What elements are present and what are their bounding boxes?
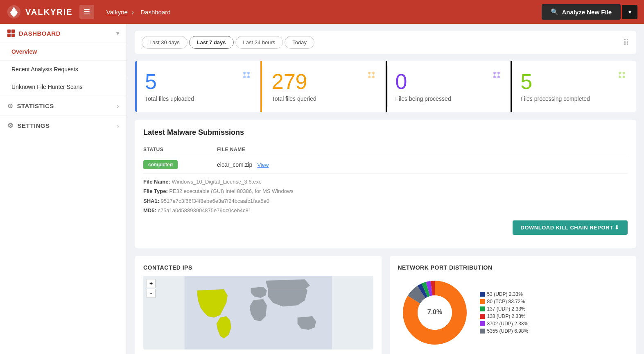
world-map-svg — [143, 276, 373, 349]
legend-dot-0 — [480, 292, 485, 297]
col-filename: FILE NAME — [217, 147, 628, 152]
malware-submissions-section: Latest Malware Submissions STATUS FILE N… — [135, 120, 636, 248]
breadcrumb: Valkyrie › Dashboard — [94, 9, 542, 16]
stat-card-completed: 5 Files processing completed — [511, 61, 636, 112]
stat-number-completed: 5 — [520, 71, 628, 92]
legend-item-2: 137 (UDP) 2.33% — [480, 306, 529, 312]
legend-item-3: 138 (UDP) 2.33% — [480, 313, 529, 319]
detail-sha1-row: SHA1: 9517e7c3f66f34f8ebe6e3a7f24bcaafc1… — [143, 196, 628, 206]
detail-md5-val: c75a1a0d58893904875e79dc0ceb4c81 — [158, 207, 251, 213]
stat-number-uploaded: 5 — [145, 71, 252, 92]
btn-last-24-hours[interactable]: Last 24 hours — [235, 36, 283, 49]
detail-sha1-label: SHA1: — [143, 198, 159, 204]
stat-label-processing: Files being processed — [395, 95, 503, 102]
detail-filetype-row: File Type: PE32 executable (GUI) Intel 8… — [143, 186, 628, 196]
legend-dot-4 — [480, 321, 485, 326]
btn-last-30-days[interactable]: Last 30 days — [142, 36, 188, 49]
legend-label-4: 3702 (UDP) 2.33% — [487, 321, 529, 327]
time-filter-buttons: Last 30 days Last 7 days Last 24 hours T… — [142, 36, 314, 49]
donut-center-label: 7.0% — [427, 309, 442, 315]
network-port-title: NETWORK PORT DISTRIBUTION — [398, 264, 628, 271]
legend-dot-3 — [480, 314, 485, 319]
bottom-grid: CONTACTED IPS + - — [135, 256, 636, 354]
detail-filename-row: File Name: Windows_10_Digital_License_3.… — [143, 177, 628, 186]
status-cell: completed — [143, 160, 217, 169]
detail-filename-label: File Name: — [143, 179, 170, 185]
gear-icon: ⚙ — [7, 122, 14, 129]
stat-card-processing: 0 Files being processed — [386, 61, 511, 112]
legend-dot-1 — [480, 299, 485, 304]
sidebar-item-unknown-hunter[interactable]: Unknown File Hunter Scans — [0, 78, 127, 96]
breadcrumb-page: Dashboard — [140, 9, 170, 16]
file-name: eicar_com.zip — [217, 161, 252, 168]
dashboard-chevron-icon: ▾ — [116, 30, 120, 36]
sidebar-statistics-header[interactable]: ⊙ STATISTICS › — [0, 96, 127, 116]
sidebar-settings-header[interactable]: ⚙ SETTINGS › — [0, 116, 127, 135]
download-kill-chain-button[interactable]: DOWNLOAD KILL CHAIN REPORT ⬇ — [513, 220, 628, 235]
map-container: + - — [143, 276, 373, 349]
legend-label-2: 137 (UDP) 2.33% — [487, 306, 526, 312]
main-content: Last 30 days Last 7 days Last 24 hours T… — [127, 24, 644, 354]
btn-today[interactable]: Today — [285, 36, 314, 49]
donut-chart: 7.0% — [398, 276, 472, 351]
search-icon: 🔍 — [551, 8, 558, 16]
detail-md5-row: MD5: c75a1a0d58893904875e79dc0ceb4c81 — [143, 206, 628, 215]
stat-label-completed: Files processing completed — [520, 95, 628, 102]
legend-item-1: 80 (TCP) 83.72% — [480, 299, 529, 304]
stat-label-queried: Total files queried — [272, 95, 377, 102]
legend-label-5: 5355 (UDP) 6.98% — [487, 328, 529, 334]
donut-container: 7.0% 53 (UDP) 2.33% 80 (TCP) 83.72% — [398, 276, 628, 351]
stat-number-processing: 0 — [395, 71, 503, 92]
stat-label-uploaded: Total files uploaded — [145, 95, 252, 102]
map-controls: + - — [147, 279, 156, 298]
detail-sha1-val: 9517e7c3f66f34f8ebe6e3a7f24bcaafc1faa5e0 — [161, 198, 269, 204]
table-header: STATUS FILE NAME — [143, 143, 628, 156]
col-status: STATUS — [143, 147, 217, 152]
download-area: DOWNLOAD KILL CHAIN REPORT ⬇ — [143, 220, 628, 240]
hamburger-button[interactable]: ☰ — [79, 5, 94, 19]
statistics-label: STATISTICS — [17, 102, 54, 109]
map-zoom-in-button[interactable]: + — [147, 279, 156, 288]
legend-dot-2 — [480, 306, 485, 311]
status-badge: completed — [143, 160, 178, 169]
view-link[interactable]: View — [257, 162, 269, 168]
table-row: completed eicar_com.zip View — [143, 156, 628, 174]
legend-item-5: 5355 (UDP) 6.98% — [480, 328, 529, 334]
legend-dot-5 — [480, 329, 485, 334]
contacted-ips-title: CONTACTED IPS — [143, 264, 373, 271]
sidebar-item-recent-analysis[interactable]: Recent Analysis Requests — [0, 61, 127, 78]
sidebar: DASHBOARD ▾ Overview Recent Analysis Req… — [0, 24, 127, 354]
detail-filetype-val: PE32 executable (GUI) Intel 80386, for M… — [169, 188, 293, 194]
stat-icon-processing — [491, 69, 502, 83]
contacted-ips-section: CONTACTED IPS + - — [135, 256, 382, 354]
malware-section-title: Latest Malware Submissions — [143, 128, 628, 137]
breadcrumb-link[interactable]: Valkyrie — [106, 9, 128, 16]
analyze-dropdown-button[interactable]: ▼ — [622, 5, 637, 19]
donut-svg: 7.0% — [398, 276, 472, 349]
sidebar-item-overview[interactable]: Overview — [0, 43, 127, 61]
legend-item-0: 53 (UDP) 2.33% — [480, 291, 529, 297]
logo-text: VALKYRIE — [25, 7, 73, 17]
map-zoom-out-button[interactable]: - — [147, 289, 156, 298]
clock-icon: ⊙ — [7, 102, 13, 110]
detail-filename-val: Windows_10_Digital_License_3.6.exe — [172, 179, 262, 185]
stat-card-queried: 279 Total files queried — [260, 61, 386, 112]
settings-label: SETTINGS — [18, 122, 50, 129]
legend-label-1: 80 (TCP) 83.72% — [487, 299, 525, 304]
stat-icon-uploaded — [241, 69, 252, 83]
detail-md5-label: MD5: — [143, 207, 156, 213]
file-details: File Name: Windows_10_Digital_License_3.… — [143, 174, 628, 220]
sidebar-dashboard-header[interactable]: DASHBOARD ▾ — [0, 24, 127, 43]
stat-number-queried: 279 — [272, 71, 377, 92]
breadcrumb-sep: › — [132, 9, 136, 16]
file-cell: eicar_com.zip View — [217, 161, 628, 168]
legend-item-4: 3702 (UDP) 2.33% — [480, 321, 529, 327]
view-grid-icon[interactable]: ⠿ — [623, 38, 629, 48]
btn-last-7-days[interactable]: Last 7 days — [189, 36, 234, 49]
logo: VALKYRIE — [7, 5, 73, 19]
stat-icon-queried — [366, 69, 377, 83]
logo-icon — [7, 5, 21, 19]
legend-label-0: 53 (UDP) 2.33% — [487, 291, 523, 297]
analyze-new-file-button[interactable]: 🔍 Analyze New File — [542, 4, 621, 20]
main-layout: DASHBOARD ▾ Overview Recent Analysis Req… — [0, 24, 644, 354]
